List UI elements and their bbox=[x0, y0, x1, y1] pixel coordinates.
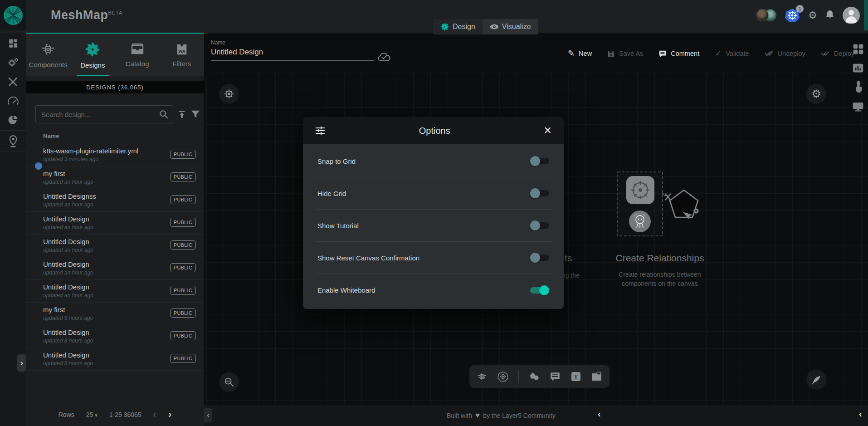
settings-gear-button[interactable]: ⚙ bbox=[808, 10, 817, 20]
search-box bbox=[35, 105, 173, 123]
comment-button[interactable]: Comment bbox=[658, 50, 699, 58]
bar-chart-icon bbox=[852, 62, 864, 74]
save-as-button[interactable]: Save As bbox=[607, 50, 643, 58]
feather-icon bbox=[811, 374, 822, 385]
widgets-icon bbox=[852, 43, 864, 55]
whiteboard-pen-button[interactable] bbox=[806, 370, 826, 390]
undeploy-button[interactable]: Undeploy bbox=[765, 50, 805, 57]
option-label: Hide Grid bbox=[317, 190, 346, 197]
option-toggle[interactable] bbox=[530, 287, 549, 294]
wheel-icon bbox=[224, 88, 234, 99]
rail-expand-handle[interactable]: › bbox=[17, 354, 26, 372]
zoom-out-button[interactable] bbox=[219, 372, 239, 392]
search-input[interactable] bbox=[36, 106, 173, 123]
name-field-label: Name bbox=[211, 39, 374, 46]
design-row[interactable]: Untitled Design updated an hour ago PUBL… bbox=[26, 257, 204, 280]
rail-divider bbox=[0, 130, 26, 131]
design-name-field: Name bbox=[211, 39, 374, 61]
visibility-badge: PUBLIC bbox=[170, 218, 196, 227]
new-design-button[interactable]: ✎ New bbox=[568, 49, 592, 58]
dock-media-button[interactable] bbox=[591, 372, 602, 382]
zoom-out-icon bbox=[224, 377, 234, 387]
catalog-icon bbox=[130, 43, 145, 56]
option-toggle[interactable] bbox=[530, 190, 549, 197]
dock-text-button[interactable]: T bbox=[571, 371, 581, 382]
validate-button[interactable]: ✓ Validate bbox=[715, 49, 749, 58]
design-row[interactable]: Untitled Design updated an hour ago PUBL… bbox=[26, 212, 204, 235]
option-toggle[interactable] bbox=[530, 157, 549, 165]
design-row[interactable]: my first updated 6 hours ago PUBLIC bbox=[26, 303, 204, 325]
canvas-dock: T bbox=[469, 365, 610, 388]
option-label: Show Tutorial bbox=[317, 222, 359, 230]
design-row[interactable]: k8s-wasm-plugin-ratelimiter.yml updated … bbox=[26, 144, 204, 166]
meshery-logo[interactable] bbox=[0, 0, 26, 30]
toggle-knob bbox=[539, 285, 549, 295]
filter-funnel-icon[interactable] bbox=[190, 110, 200, 119]
option-toggle[interactable] bbox=[530, 254, 549, 261]
design-name-input[interactable] bbox=[211, 46, 374, 61]
kubernetes-context-button[interactable]: 1 bbox=[785, 8, 800, 23]
rail-lifecycle-button[interactable] bbox=[0, 53, 26, 72]
dock-components-button[interactable] bbox=[477, 371, 488, 382]
visibility-badge: PUBLIC bbox=[170, 172, 196, 181]
dock-comment-button[interactable] bbox=[550, 372, 561, 382]
profile-avatar[interactable] bbox=[843, 7, 860, 24]
canvas-toolbar: ✎ New Save As Comment ✓ Validate Undeplo… bbox=[568, 49, 854, 58]
page-size-select[interactable]: 25 ▾ bbox=[86, 411, 98, 418]
design-row[interactable]: Untitled Design updated 8 hours ago PUBL… bbox=[26, 325, 204, 348]
tab-designs[interactable]: Designs bbox=[70, 34, 115, 76]
visibility-badge: PUBLIC bbox=[170, 195, 196, 204]
list-pagination: Rows 25 ▾ 1-25 36065 ‹ › bbox=[26, 410, 204, 420]
gear-icon: ⚙ bbox=[811, 88, 821, 100]
right-drawer-collapse-chevron[interactable]: ‹ bbox=[859, 409, 862, 419]
canvas-helm-button[interactable] bbox=[219, 84, 239, 104]
tab-filters[interactable]: WA Filters bbox=[160, 34, 204, 76]
rail-performance-button[interactable] bbox=[0, 91, 26, 110]
rail-patterns-button[interactable] bbox=[0, 110, 26, 129]
built-with-credit: Built with ♥ by the Layer5 Community bbox=[447, 411, 556, 420]
rail-meshmap-button[interactable] bbox=[0, 132, 26, 151]
tab-visualize[interactable]: Visualize bbox=[483, 19, 538, 34]
deploy-button[interactable]: Deploy bbox=[821, 50, 854, 57]
rail-dashboard-button[interactable] bbox=[0, 34, 26, 53]
dock-kubernetes-button[interactable] bbox=[497, 371, 508, 382]
close-icon[interactable]: ✕ bbox=[544, 126, 552, 136]
toggle-knob bbox=[530, 188, 540, 198]
widgets-button[interactable] bbox=[852, 43, 864, 55]
bottom-panel-collapse-chevron[interactable]: ‹ bbox=[598, 409, 601, 419]
visibility-badge: PUBLIC bbox=[170, 308, 196, 318]
tab-catalog[interactable]: Catalog bbox=[115, 34, 160, 76]
svg-text:T: T bbox=[574, 374, 578, 381]
canvas-settings-button[interactable]: ⚙ bbox=[806, 84, 826, 104]
design-row[interactable]: Untitled Design updated an hour ago PUBL… bbox=[26, 235, 204, 257]
tab-filters-label: Filters bbox=[172, 60, 191, 68]
canvas-right-rail bbox=[852, 43, 864, 113]
design-row[interactable]: Untitled Design updated 8 hours ago PUBL… bbox=[26, 348, 204, 371]
svg-text:WA: WA bbox=[178, 49, 185, 53]
notifications-bell-button[interactable] bbox=[825, 10, 834, 21]
collaborator-avatars[interactable] bbox=[756, 9, 776, 21]
tab-components-label: Components bbox=[29, 61, 68, 69]
double-check-icon bbox=[821, 50, 830, 57]
toggle-knob bbox=[530, 156, 540, 166]
option-label: Enable Whiteboard bbox=[317, 286, 375, 294]
cloud-saved-icon bbox=[377, 52, 391, 62]
interaction-mode-button[interactable] bbox=[853, 81, 863, 94]
design-row[interactable]: Untitled Designss updated an hour ago PU… bbox=[26, 189, 204, 212]
dock-shapes-button[interactable] bbox=[529, 371, 540, 382]
left-drawer-collapse-handle[interactable]: ‹ bbox=[204, 408, 212, 422]
header-actions: 1 ⚙ bbox=[756, 0, 860, 30]
prev-page-button[interactable]: ‹ bbox=[153, 410, 156, 420]
designs-icon bbox=[84, 41, 101, 58]
design-row[interactable]: my first updated an hour ago PUBLIC bbox=[26, 166, 204, 189]
upload-design-icon[interactable] bbox=[177, 110, 186, 119]
analytics-button[interactable] bbox=[852, 62, 864, 74]
design-row[interactable]: Untitled Design updated an hour ago PUBL… bbox=[26, 280, 204, 303]
tab-components[interactable]: Components bbox=[26, 34, 70, 76]
canvas-footer: ‹ Built with ♥ by the Layer5 Community ‹… bbox=[204, 405, 868, 426]
option-toggle[interactable] bbox=[530, 222, 549, 229]
rail-toolkit-button[interactable] bbox=[0, 72, 26, 91]
tab-design[interactable]: Design bbox=[433, 19, 483, 34]
next-page-button[interactable]: › bbox=[168, 410, 171, 420]
display-button[interactable] bbox=[852, 101, 864, 113]
